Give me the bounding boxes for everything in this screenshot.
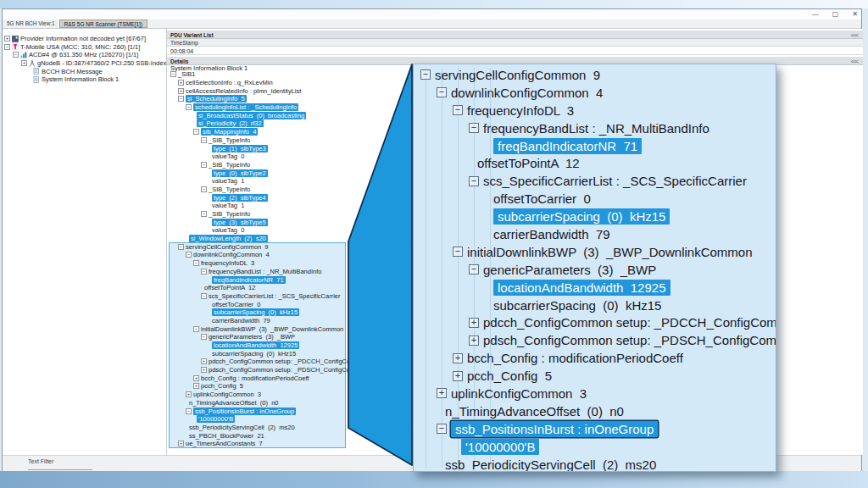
collapse-icon[interactable]: − bbox=[178, 96, 184, 102]
collapse-icon[interactable]: − bbox=[201, 293, 207, 299]
tree-row[interactable]: System Information Block 1 bbox=[3, 75, 166, 84]
timestamp-column-header[interactable]: TimeStamp bbox=[167, 39, 863, 47]
tree-item-label: pdcch_ConfigCommon setup: _PDCCH_ConfigC… bbox=[483, 315, 776, 330]
tree-row[interactable]: −downlinkConfigCommon 4 bbox=[414, 84, 776, 102]
expand-icon[interactable]: + bbox=[178, 80, 184, 86]
tree-row[interactable]: −initialDownlinkBWP (3) _BWP_DownlinkCom… bbox=[414, 243, 776, 261]
tree-item-label: initialDownlinkBWP (3) _BWP_DownlinkComm… bbox=[201, 325, 343, 333]
tree-row[interactable]: +pdsch_ConfigCommon setup: _PDSCH_Config… bbox=[414, 331, 776, 349]
tree-row[interactable]: −genericParameters (3) _BWP bbox=[414, 261, 776, 279]
tree-row[interactable]: −frequencyInfoDL 3 bbox=[414, 102, 776, 119]
expand-icon[interactable]: + bbox=[201, 358, 207, 364]
tree-item-label: locationAndBandwidth 12925 bbox=[493, 280, 670, 296]
collapse-icon[interactable]: − bbox=[178, 244, 184, 250]
tree-row[interactable]: +gNodeB - ID:387/47360/2 PCI:250 SSB-Ind… bbox=[3, 59, 166, 68]
expand-icon[interactable]: + bbox=[193, 375, 199, 381]
tree-row[interactable]: '10000000'B bbox=[414, 438, 776, 456]
collapse-icon[interactable]: − bbox=[201, 186, 207, 192]
tree-row[interactable]: +pdcch_ConfigCommon setup: _PDCCH_Config… bbox=[414, 313, 776, 331]
tree-row[interactable]: +bcch_Config : modificationPeriodCoeff bbox=[414, 349, 776, 367]
tree-row[interactable]: −scs_SpecificCarrierList : _SCS_Specific… bbox=[414, 172, 776, 190]
tab-rs-5g-nr-scanner[interactable]: R&S 5G NR Scanner (TSME[1]) bbox=[59, 19, 147, 28]
collapse-icon[interactable]: − bbox=[201, 137, 207, 143]
tree-row[interactable]: subcarrierSpacing (0) kHz15 bbox=[414, 208, 776, 225]
timestamp-column-label: TimeStamp bbox=[170, 40, 198, 46]
tree-row[interactable]: +Provider Information not decoded yet [6… bbox=[3, 35, 166, 43]
collapse-icon[interactable]: − bbox=[469, 176, 479, 186]
expand-icon[interactable]: + bbox=[193, 383, 199, 389]
tree-item-label: _SIB_TypeInfo bbox=[209, 186, 250, 193]
expand-icon[interactable]: + bbox=[186, 391, 192, 397]
expand-icon[interactable]: + bbox=[437, 388, 447, 398]
expand-icon[interactable]: + bbox=[469, 318, 479, 328]
tree-item-label: scs_SpecificCarrierList : _SCS_SpecificC… bbox=[483, 174, 747, 188]
tree-item-label: genericParameters (3) _BWP bbox=[209, 333, 295, 341]
collapse-icon[interactable]: − bbox=[420, 69, 431, 80]
tree-row[interactable]: freqBandIndicatorNR 71 bbox=[414, 137, 776, 155]
expand-icon[interactable]: + bbox=[4, 36, 10, 42]
maximize-button[interactable]: ▢ bbox=[832, 11, 839, 18]
tree-row[interactable]: locationAndBandwidth 12925 bbox=[414, 279, 776, 297]
pdu-variant-row[interactable]: 00:08:04 bbox=[167, 47, 863, 55]
expand-icon[interactable]: + bbox=[178, 441, 184, 446]
tree-item-label: Provider Information not decoded yet [67… bbox=[20, 35, 146, 42]
tree-item-label: valueTag 1 bbox=[212, 202, 244, 209]
tree-row[interactable]: ssb_PeriodicityServingCell (2) ms20 bbox=[414, 456, 776, 472]
tree-row[interactable]: offsetToCarrier 0 bbox=[414, 190, 776, 208]
collapse-button[interactable]: <<< bbox=[851, 32, 858, 38]
magnified-detail-panel: −servingCellConfigCommon 9−downlinkConfi… bbox=[413, 64, 776, 472]
tree-item-label: pdsch_ConfigCommon setup: _PDSCH_ConfigC… bbox=[483, 333, 776, 347]
collapse-button[interactable]: <<< bbox=[851, 58, 858, 64]
expand-icon[interactable]: + bbox=[201, 367, 207, 373]
expand-icon[interactable]: + bbox=[453, 353, 463, 363]
tree-row[interactable]: −ssb_PositionsInBurst : inOneGroup bbox=[414, 420, 776, 438]
close-button[interactable]: ✕ bbox=[852, 11, 858, 18]
collapse-icon[interactable]: − bbox=[453, 105, 463, 115]
collapse-icon[interactable]: − bbox=[201, 269, 207, 274]
tab-5g-nr-bch-view[interactable]: 5G NR BCH View:1 bbox=[3, 19, 59, 28]
text-filter-input[interactable] bbox=[28, 467, 92, 470]
collapse-icon[interactable]: − bbox=[193, 260, 199, 266]
tree-item-label: subcarrierSpacing (0) kHz15 bbox=[493, 208, 670, 225]
collapse-icon[interactable]: − bbox=[193, 129, 199, 135]
tree-row[interactable]: offsetToPointA 12 bbox=[414, 154, 776, 172]
collapse-icon[interactable]: − bbox=[193, 326, 199, 332]
tree-row[interactable]: −T-Mobile USA (MCC: 310, MNC: 260) [1/1] bbox=[3, 43, 166, 52]
minimize-button[interactable]: — bbox=[812, 11, 819, 18]
tree-row[interactable]: −ACD#4 @ 631.350 MHz (126270) [1/1] bbox=[3, 51, 166, 59]
collapse-icon[interactable]: − bbox=[469, 123, 479, 133]
collapse-icon[interactable]: − bbox=[4, 44, 10, 50]
collapse-icon[interactable]: − bbox=[186, 252, 192, 258]
collapse-icon[interactable]: − bbox=[13, 52, 19, 58]
timestamp-value: 00:08:04 bbox=[170, 48, 193, 54]
tree-item-label: T-Mobile USA (MCC: 310, MNC: 260) [1/1] bbox=[20, 43, 140, 51]
collapse-icon[interactable]: − bbox=[170, 71, 176, 77]
tmobile-icon bbox=[12, 43, 19, 50]
collapse-icon[interactable]: − bbox=[186, 408, 192, 414]
expand-icon[interactable]: + bbox=[21, 60, 27, 66]
collapse-icon[interactable]: − bbox=[201, 211, 207, 217]
collapse-icon[interactable]: − bbox=[201, 334, 207, 340]
tree-row[interactable]: +pcch_Config 5 bbox=[414, 367, 776, 385]
screen: — ▢ ✕ 5G NR BCH View:1 R&S 5G NR Scanner… bbox=[0, 0, 868, 488]
collapse-icon[interactable]: − bbox=[437, 424, 447, 434]
collapse-icon[interactable]: − bbox=[469, 264, 479, 274]
collapse-icon[interactable]: − bbox=[437, 87, 447, 97]
collapse-icon[interactable]: − bbox=[201, 162, 207, 168]
tree-row[interactable]: −frequencyBandList : _NR_MultiBandInfo bbox=[414, 119, 776, 137]
expand-icon[interactable]: + bbox=[453, 371, 463, 381]
collapse-icon[interactable]: − bbox=[186, 104, 192, 110]
document-icon bbox=[33, 68, 40, 75]
tree-row[interactable]: −servingCellConfigCommon 9 bbox=[414, 66, 776, 84]
tree-row[interactable]: carrierBandwidth 79 bbox=[414, 225, 776, 243]
collapse-icon[interactable]: − bbox=[453, 247, 463, 257]
tree-row[interactable]: +uplinkConfigCommon 3 bbox=[414, 385, 776, 402]
tree-row[interactable]: n_TimingAdvanceOffset (0) n0 bbox=[414, 402, 776, 420]
tree-item-label: frequencyBandList : _NR_MultiBandInfo bbox=[483, 121, 709, 136]
tree-item-label: si_Periodicity (2) rf32 bbox=[197, 119, 264, 127]
expand-icon[interactable]: + bbox=[469, 336, 479, 346]
tree-item-label: System Information Block 1 bbox=[42, 75, 119, 83]
tree-row[interactable]: BCCH BCH Message bbox=[3, 67, 166, 75]
expand-icon[interactable]: + bbox=[178, 88, 184, 94]
tree-row[interactable]: subcarrierSpacing (0) kHz15 bbox=[414, 297, 776, 314]
